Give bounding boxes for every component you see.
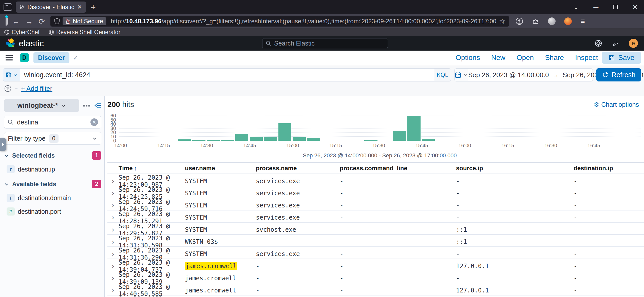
breadcrumb[interactable]: Discover: [33, 52, 69, 63]
collapse-sidebar-icon[interactable]: [94, 102, 101, 109]
bookmark-cyberchef[interactable]: CyberChef: [4, 29, 40, 36]
shield-icon[interactable]: [54, 18, 60, 25]
filter-set-icon[interactable]: [4, 85, 12, 92]
table-row[interactable]: › Sep 26, 2023 @ 14:29:57.827 SYSTEM svc…: [107, 223, 644, 235]
expand-row-icon[interactable]: ›: [107, 250, 119, 258]
selected-fields-section[interactable]: Selected fields 1: [4, 151, 101, 160]
table-row[interactable]: › Sep 26, 2023 @ 14:39:09.139 james.crom…: [107, 271, 644, 283]
histogram-bar[interactable]: [235, 134, 248, 141]
expand-row-icon[interactable]: ›: [107, 238, 119, 246]
close-window-button[interactable]: ✕: [632, 3, 638, 11]
help-icon[interactable]: [594, 39, 602, 47]
new-link[interactable]: New: [491, 54, 505, 62]
table-row[interactable]: › Sep 26, 2023 @ 14:40:54.028 james.crom…: [107, 295, 644, 297]
tab-close-icon[interactable]: ✕: [76, 4, 83, 11]
histogram-bar[interactable]: [407, 116, 420, 141]
account-icon[interactable]: [516, 17, 523, 25]
table-row[interactable]: › Sep 26, 2023 @ 14:39:04.737 james.crom…: [107, 259, 644, 271]
histogram-bar[interactable]: [307, 138, 320, 141]
field-destination-domain[interactable]: t destination.domain: [7, 194, 101, 202]
date-picker[interactable]: Sep 26, 2023 @ 14:00:00.0 → Sep 26, 2023…: [454, 68, 593, 81]
expand-row-icon[interactable]: ›: [107, 262, 119, 270]
histogram-bar[interactable]: [250, 137, 263, 141]
table-row[interactable]: › Sep 26, 2023 @ 14:24:59.716 SYSTEM ser…: [107, 198, 644, 210]
browser-menu-icon[interactable]: ≡: [580, 17, 585, 26]
sidebar-toggle-icon[interactable]: [6, 17, 7, 26]
col-user-name[interactable]: user.name: [185, 165, 256, 172]
table-row[interactable]: › Sep 26, 2023 @ 14:40:50.585 james.crom…: [107, 283, 644, 295]
field-search-input[interactable]: destina ✕: [4, 116, 101, 129]
table-row[interactable]: › Sep 26, 2023 @ 14:31:36.290 SYSTEM ser…: [107, 247, 644, 259]
histogram-bar[interactable]: [422, 139, 435, 141]
histogram-bar[interactable]: [221, 140, 234, 141]
field-destination-port[interactable]: # destination.port: [7, 207, 101, 216]
col-process-command-line[interactable]: process.command_line: [340, 165, 456, 172]
back-button[interactable]: ←: [12, 17, 20, 26]
elastic-logo[interactable]: elastic: [5, 38, 44, 49]
share-link[interactable]: Share: [545, 54, 564, 62]
histogram-plot[interactable]: [119, 115, 640, 141]
histogram-bar[interactable]: [192, 140, 205, 141]
date-from[interactable]: Sep 26, 2023 @ 14:00:00.0: [468, 71, 549, 79]
table-row[interactable]: › Sep 26, 2023 @ 14:23:00.987 SYSTEM ser…: [107, 174, 644, 186]
histogram-bar[interactable]: [364, 140, 377, 141]
expand-row-icon[interactable]: ›: [107, 274, 119, 282]
chart-options-button[interactable]: ⚙ Chart options: [594, 101, 639, 108]
expand-row-icon[interactable]: ›: [107, 177, 119, 185]
firefox-view-icon[interactable]: [4, 3, 12, 11]
col-source-ip[interactable]: source.ip: [456, 165, 574, 172]
user-avatar[interactable]: e: [629, 39, 638, 48]
histogram-bar[interactable]: [393, 131, 406, 141]
expand-row-icon[interactable]: ›: [107, 226, 119, 234]
available-fields-section[interactable]: Available fields 2: [4, 180, 101, 188]
histogram-bar[interactable]: [278, 123, 291, 141]
extension-icon[interactable]: [548, 17, 556, 25]
expand-row-icon[interactable]: ›: [107, 287, 119, 294]
open-link[interactable]: Open: [517, 54, 534, 62]
col-time[interactable]: Time↑: [119, 165, 185, 172]
reload-button[interactable]: ⟳: [39, 17, 45, 26]
bookmark-reverse-shell-generator[interactable]: Reverse Shell Generator: [49, 29, 120, 36]
browser-tab[interactable]: Discover - Elastic ✕: [16, 2, 86, 13]
clear-search-icon[interactable]: ✕: [90, 118, 98, 126]
extensions-puzzle-icon[interactable]: [532, 17, 539, 25]
space-badge[interactable]: D: [20, 53, 29, 62]
new-tab-button[interactable]: +: [91, 2, 96, 12]
filter-by-type-select[interactable]: Filter by type 0: [4, 132, 101, 145]
field-destination-ip[interactable]: t destination.ip: [7, 165, 101, 173]
col-process-name[interactable]: process.name: [256, 165, 340, 172]
global-search-input[interactable]: Search Elastic: [262, 38, 388, 48]
options-link[interactable]: Options: [456, 54, 480, 62]
expand-row-icon[interactable]: ›: [107, 214, 119, 221]
table-row[interactable]: › Sep 26, 2023 @ 14:28:15.291 SYSTEM ser…: [107, 210, 644, 223]
index-options-icon[interactable]: [83, 105, 90, 107]
expand-row-icon[interactable]: ›: [107, 189, 119, 197]
sidebar-resize-handle[interactable]: [0, 138, 6, 151]
date-quick-menu[interactable]: [455, 69, 468, 81]
firefox-account-icon[interactable]: [564, 17, 572, 25]
forward-button[interactable]: →: [25, 17, 33, 26]
minimize-button[interactable]: —: [593, 4, 598, 10]
table-row[interactable]: › Sep 26, 2023 @ 14:31:30.598 WKSTN-03$ …: [107, 235, 644, 247]
saved-query-menu-button[interactable]: [3, 69, 20, 81]
save-button[interactable]: Save: [602, 52, 641, 64]
index-pattern-select[interactable]: winlogbeat-*: [4, 99, 79, 112]
table-row[interactable]: › Sep 26, 2023 @ 14:24:25.825 SYSTEM ser…: [107, 186, 644, 198]
maximize-button[interactable]: [613, 5, 618, 9]
add-filter-link[interactable]: + Add filter: [21, 85, 52, 93]
histogram-bar[interactable]: [264, 137, 277, 141]
not-secure-chip[interactable]: Not Secure: [63, 17, 106, 25]
tab-list-chevron-icon[interactable]: ⌄: [573, 3, 579, 11]
histogram-bar[interactable]: [178, 139, 191, 141]
refresh-button[interactable]: Refresh: [596, 68, 641, 81]
histogram-bar[interactable]: [207, 140, 220, 141]
expand-row-icon[interactable]: ›: [107, 202, 119, 209]
col-destination-ip[interactable]: destination.ip: [574, 165, 644, 172]
query-language-button[interactable]: KQL: [434, 69, 451, 81]
kibana-menu-icon[interactable]: [6, 54, 13, 62]
news-icon[interactable]: [612, 39, 620, 47]
bookmark-star-icon[interactable]: ☆: [499, 17, 505, 26]
url-bar[interactable]: Not Secure http://10.48.173.96/app/disco…: [50, 16, 509, 27]
query-input[interactable]: winlog.event_id: 4624: [20, 69, 434, 81]
inspect-link[interactable]: Inspect: [575, 54, 598, 62]
